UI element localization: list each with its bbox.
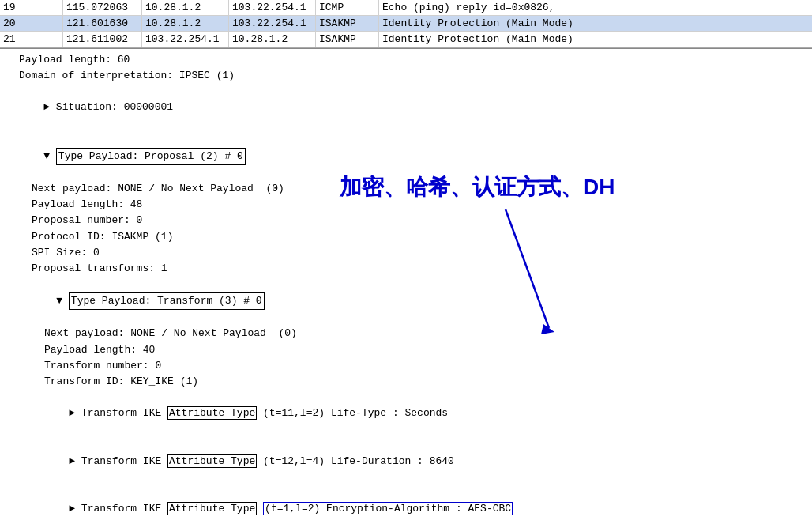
proposal-header-box: Type Payload: Proposal (2) # 0 (56, 148, 246, 165)
col-proto-20: ISAKMP (316, 16, 379, 31)
col-info-19: Echo (ping) reply id=0x0826, (379, 0, 812, 15)
transform-next-line: Next payload: NONE / No Next Payload (0) (6, 326, 806, 341)
proposal-len-line: Payload length: 48 (6, 197, 806, 213)
col-time-19: 115.072063 (63, 0, 142, 15)
transform-num-line: Transform number: 0 (6, 358, 806, 374)
col-dst-20: 103.22.254.1 (229, 16, 316, 31)
attr2-type-box: Attribute Type (167, 454, 257, 468)
attr2-line[interactable]: ► Transform IKE Attribute Type (t=12,l=4… (6, 437, 806, 485)
transform-header-line[interactable]: ▼ Type Payload: Transform (3) # 0 (6, 277, 806, 326)
situation-text: Situation: 00000001 (56, 101, 173, 113)
proposal-header-line[interactable]: ▼ Type Payload: Proposal (2) # 0 (6, 132, 806, 181)
expand-transform-icon[interactable]: ▼ (56, 295, 69, 307)
expand-situation-icon[interactable]: ► (43, 101, 56, 113)
col-dst-21: 10.28.1.2 (229, 32, 316, 47)
proposal-next-line: Next payload: NONE / No Next Payload (0) (6, 181, 806, 197)
situation-line: ► Situation: 00000001 (6, 84, 806, 131)
col-no-21: 21 (0, 32, 63, 47)
col-dst-19: 103.22.254.1 (229, 0, 316, 15)
transform-header-box: Type Payload: Transform (3) # 0 (69, 292, 265, 310)
proposal-transforms-line: Proposal transforms: 1 (6, 261, 806, 277)
expand-attr1-icon[interactable]: ► (69, 407, 81, 419)
proposal-num-line: Proposal number: 0 (6, 213, 806, 228)
attr1-type-box: Attribute Type (167, 406, 257, 420)
transform-len-line: Payload length: 40 (6, 342, 806, 358)
attr3-type-box: Attribute Type (167, 502, 257, 515)
expand-proposal-icon[interactable]: ▼ (43, 150, 56, 162)
attr3-enc-box: (t=1,l=2) Encryption-Algorithm : AES-CBC (263, 502, 513, 515)
doi-line: Domain of interpretation: IPSEC (1) (6, 68, 806, 84)
packet-row-19[interactable]: 19 115.072063 10.28.1.2 103.22.254.1 ICM… (0, 0, 812, 16)
spi-size-line: SPI Size: 0 (6, 245, 806, 261)
col-no-19: 19 (0, 0, 63, 15)
packet-row-21[interactable]: 21 121.611002 103.22.254.1 10.28.1.2 ISA… (0, 32, 812, 47)
col-src-21: 103.22.254.1 (142, 32, 229, 47)
expand-attr2-icon[interactable]: ► (69, 455, 81, 467)
col-src-19: 10.28.1.2 (142, 0, 229, 15)
col-time-21: 121.611002 (63, 32, 142, 47)
transform-id-line: Transform ID: KEY_IKE (1) (6, 374, 806, 390)
col-src-20: 10.28.1.2 (142, 16, 229, 31)
col-proto-21: ISAKMP (316, 32, 379, 47)
attr1-line[interactable]: ► Transform IKE Attribute Type (t=11,l=2… (6, 390, 806, 437)
packet-row-20[interactable]: 20 121.601630 10.28.1.2 103.22.254.1 ISA… (0, 16, 812, 32)
col-proto-19: ICMP (316, 0, 379, 15)
protocol-id-line: Protocol ID: ISAKMP (1) (6, 229, 806, 245)
col-info-20: Identity Protection (Main Mode) (379, 16, 812, 31)
col-no-20: 20 (0, 16, 63, 31)
expand-attr3-icon[interactable]: ► (69, 503, 81, 515)
col-info-21: Identity Protection (Main Mode) (379, 32, 812, 47)
payload-length-line: Payload length: 60 (6, 52, 806, 68)
col-time-20: 121.601630 (63, 16, 142, 31)
detail-panel: Payload length: 60 Domain of interpretat… (0, 49, 812, 528)
attr3-line[interactable]: ► Transform IKE Attribute Type (t=1,l=2)… (6, 485, 806, 528)
